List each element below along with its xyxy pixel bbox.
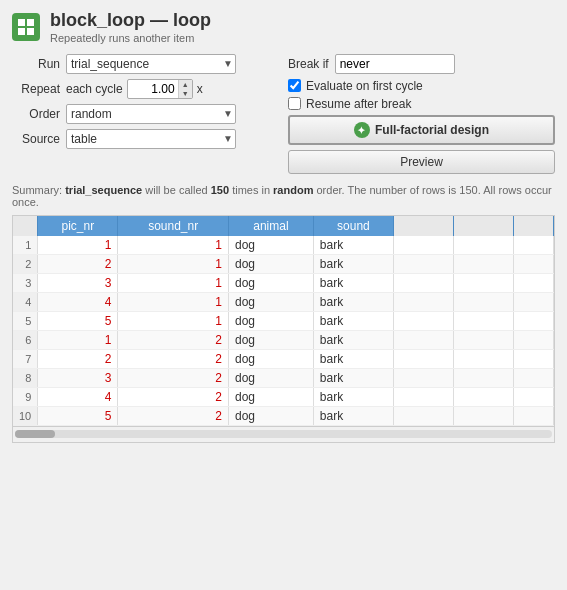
- factorial-button[interactable]: ✦ Full-factorial design: [288, 115, 555, 145]
- svg-rect-2: [18, 28, 25, 35]
- header-text: block_loop — loop Repeatedly runs anothe…: [50, 10, 211, 44]
- cell-sound: bark: [313, 273, 393, 292]
- cell-empty3: [514, 406, 554, 425]
- cell-row-num: 5: [13, 311, 38, 330]
- order-select[interactable]: random: [66, 104, 236, 124]
- cell-sound: bark: [313, 330, 393, 349]
- repeat-suffix: x: [197, 82, 203, 96]
- cell-animal: dog: [228, 273, 313, 292]
- right-form: Break if Evaluate on first cycle Resume …: [288, 54, 555, 174]
- page-title: block_loop — loop: [50, 10, 211, 32]
- cell-empty2: [454, 273, 514, 292]
- cell-sound: bark: [313, 349, 393, 368]
- cell-empty3: [514, 273, 554, 292]
- cell-empty3: [514, 387, 554, 406]
- col-header-animal: animal: [228, 216, 313, 236]
- cell-sound-nr: 2: [118, 368, 229, 387]
- cell-sound-nr: 1: [118, 292, 229, 311]
- left-form: Run trial_sequence ▼ Repeat each cycle: [12, 54, 272, 174]
- cell-empty1: [394, 254, 454, 273]
- cell-sound-nr: 1: [118, 311, 229, 330]
- break-if-input[interactable]: [335, 54, 455, 74]
- cell-row-num: 10: [13, 406, 38, 425]
- scroll-thumb[interactable]: [15, 430, 55, 438]
- run-label: Run: [12, 57, 60, 71]
- cell-animal: dog: [228, 349, 313, 368]
- order-label: Order: [12, 107, 60, 121]
- summary-prefix: Summary:: [12, 184, 65, 196]
- evaluate-row: Evaluate on first cycle: [288, 79, 555, 93]
- cell-empty1: [394, 330, 454, 349]
- cell-empty2: [454, 330, 514, 349]
- cell-row-num: 3: [13, 273, 38, 292]
- cell-empty2: [454, 368, 514, 387]
- cell-empty3: [514, 368, 554, 387]
- table-row: 10 5 2 dog bark: [13, 406, 554, 425]
- summary-times: times in: [229, 184, 273, 196]
- cell-row-num: 9: [13, 387, 38, 406]
- cell-pic-nr: 3: [38, 368, 118, 387]
- source-select-wrapper: table ▼: [66, 129, 236, 149]
- page-subtitle: Repeatedly runs another item: [50, 32, 211, 44]
- cell-sound-nr: 1: [118, 273, 229, 292]
- break-if-label: Break if: [288, 57, 329, 71]
- table-row: 4 4 1 dog bark: [13, 292, 554, 311]
- data-table: pic_nr sound_nr animal sound 1 1 1 dog b…: [13, 216, 554, 426]
- repeat-input-group: each cycle ▲ ▼ x: [66, 79, 203, 99]
- col-header-sound: sound: [313, 216, 393, 236]
- cell-empty3: [514, 330, 554, 349]
- preview-label: Preview: [400, 155, 443, 169]
- cell-sound-nr: 1: [118, 236, 229, 255]
- header: block_loop — loop Repeatedly runs anothe…: [0, 0, 567, 48]
- resume-label: Resume after break: [306, 97, 411, 111]
- spinner-up[interactable]: ▲: [179, 80, 192, 89]
- col-header-sound-nr: sound_nr: [118, 216, 229, 236]
- spinner-down[interactable]: ▼: [179, 89, 192, 98]
- cell-sound: bark: [313, 311, 393, 330]
- evaluate-checkbox[interactable]: [288, 79, 301, 92]
- cell-row-num: 4: [13, 292, 38, 311]
- repeat-row: Repeat each cycle ▲ ▼ x: [12, 79, 272, 99]
- repeat-value-input[interactable]: [128, 81, 178, 97]
- cell-sound-nr: 2: [118, 387, 229, 406]
- cell-row-num: 2: [13, 254, 38, 273]
- cell-empty1: [394, 406, 454, 425]
- cell-animal: dog: [228, 368, 313, 387]
- col-header-index: [13, 216, 38, 236]
- cell-pic-nr: 2: [38, 254, 118, 273]
- svg-rect-0: [18, 19, 25, 26]
- cell-empty2: [454, 311, 514, 330]
- table-row: 7 2 2 dog bark: [13, 349, 554, 368]
- cell-pic-nr: 4: [38, 387, 118, 406]
- cell-row-num: 6: [13, 330, 38, 349]
- cell-sound: bark: [313, 292, 393, 311]
- cell-animal: dog: [228, 330, 313, 349]
- table-row: 9 4 2 dog bark: [13, 387, 554, 406]
- svg-text:✦: ✦: [357, 125, 366, 136]
- evaluate-label: Evaluate on first cycle: [306, 79, 423, 93]
- cell-pic-nr: 1: [38, 236, 118, 255]
- cell-empty3: [514, 236, 554, 255]
- cell-empty3: [514, 349, 554, 368]
- source-select[interactable]: table: [66, 129, 236, 149]
- cell-sound-nr: 2: [118, 330, 229, 349]
- cell-sound: bark: [313, 368, 393, 387]
- cell-sound: bark: [313, 254, 393, 273]
- cell-empty3: [514, 292, 554, 311]
- spinner-buttons: ▲ ▼: [178, 80, 192, 98]
- cell-empty1: [394, 387, 454, 406]
- cell-empty2: [454, 406, 514, 425]
- summary-sequence: trial_sequence: [65, 184, 142, 196]
- col-header-empty2: [454, 216, 514, 236]
- resume-checkbox[interactable]: [288, 97, 301, 110]
- order-select-wrapper: random ▼: [66, 104, 236, 124]
- cell-row-num: 8: [13, 368, 38, 387]
- source-row: Source table ▼: [12, 129, 272, 149]
- block-loop-icon: [12, 13, 40, 41]
- cell-empty1: [394, 349, 454, 368]
- repeat-spinner: ▲ ▼: [127, 79, 193, 99]
- run-select[interactable]: trial_sequence: [66, 54, 236, 74]
- cell-sound: bark: [313, 406, 393, 425]
- preview-button[interactable]: Preview: [288, 150, 555, 174]
- scrollbar[interactable]: [13, 426, 554, 442]
